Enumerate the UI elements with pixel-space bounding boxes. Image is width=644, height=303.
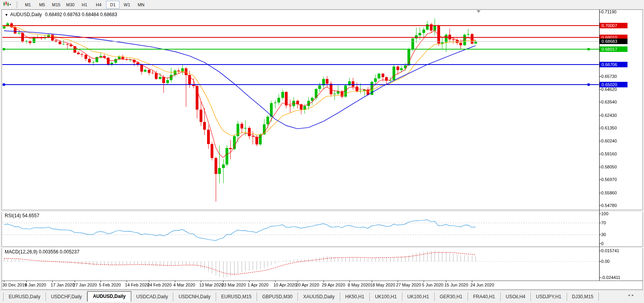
chart-tab-usoil-h4[interactable]: USOil,H4	[501, 292, 531, 301]
chart-tab-bar: EURUSD,DailyUSDCHF,DailyAUDUSD,DailyUSDC…	[0, 290, 644, 302]
date-tick-label: 18 May 2020	[370, 283, 395, 287]
timeframe-button-m30[interactable]: M30	[64, 1, 77, 9]
price-tick-label: 0.59160	[601, 152, 617, 156]
timeframe-button-h4[interactable]: H4	[92, 1, 105, 9]
date-tick-label: 14 Feb 2020	[125, 283, 149, 287]
timeframe-button-d1[interactable]: D1	[106, 1, 119, 9]
chart-tab-eurusd-daily[interactable]: EURUSD,Daily	[3, 292, 46, 301]
price-tick-label: 0.58050	[601, 164, 617, 169]
rsi-scale-label: 0	[601, 241, 604, 246]
hline-price-label[interactable]: 0.66706	[600, 62, 627, 67]
date-tick-label: 24 Feb 2020	[147, 283, 172, 287]
collapse-triangle-icon[interactable]: ▼	[5, 13, 8, 17]
chart-ohlc-values: 0.68492 0.68763 0.68484 0.68683	[45, 12, 117, 17]
date-tick-label: 20 Apr 2020	[296, 283, 319, 287]
rsi-indicator-label: RSI(14) 54.6557	[5, 213, 39, 218]
timeframe-button-w1[interactable]: W1	[120, 1, 134, 9]
chart-tab-uk100-h1[interactable]: UK100,H1	[370, 292, 402, 301]
chart-tab-dj30-m15[interactable]: DJ30,M15	[567, 292, 599, 301]
hline-price-label[interactable]: 0.70007	[600, 23, 627, 28]
chart-canvas[interactable]	[0, 0, 644, 303]
date-tick-label: 27 Jan 2020	[73, 283, 97, 287]
candlestick-chart-icon	[3, 1, 9, 8]
date-tick-label: 1 Apr 2020	[248, 283, 268, 287]
timeframes-toolbar: ▾ M1M5M15M30H1H4D1W1MN	[0, 0, 644, 9]
macd-indicator-label: MACD(12,26,9) 0.003556 0.005237	[5, 249, 79, 255]
rsi-scale-label: 100	[601, 211, 608, 216]
chart-tab-gbpusd-m30[interactable]: GBPUSD,M30	[257, 292, 298, 301]
hline-price-label[interactable]: 0.68017	[600, 46, 627, 52]
timeframe-button-m5[interactable]: M5	[35, 1, 49, 9]
toolbar-drag-handle[interactable]	[16, 2, 18, 8]
chart-type-button[interactable]: ▾	[2, 1, 12, 9]
date-tick-label: 29 Apr 2020	[322, 283, 345, 287]
date-tick-label: 30 Dec 2019	[2, 283, 27, 287]
price-tick-label: 0.62430	[601, 113, 617, 118]
price-tick-label: 0.63540	[601, 100, 617, 104]
bid-price-label: 0.68683	[600, 39, 627, 44]
timeframe-button-h1[interactable]: H1	[78, 1, 91, 9]
tabbar-nav: ◂▸	[628, 293, 636, 297]
macd-scale-top: 0.015741	[601, 248, 619, 253]
rsi-scale-label: 30	[601, 232, 606, 237]
date-tick-label: 17 Jan 2020	[51, 283, 75, 287]
timeframe-button-m1[interactable]: M1	[21, 1, 35, 9]
chevron-down-icon: ▾	[9, 3, 11, 6]
timeframe-button-mn[interactable]: MN	[134, 1, 148, 9]
price-tick-label: 0.60240	[601, 139, 617, 143]
chart-tab-hk50-h1[interactable]: HK50,H1	[340, 292, 370, 301]
chart-symbol-period: AUDUSD,Daily	[10, 12, 42, 17]
date-tick-label: 5 Feb 2020	[99, 283, 121, 287]
date-tick-label: 23 Mar 2020	[222, 283, 246, 287]
date-tick-label: 10 Apr 2020	[273, 283, 297, 287]
price-tick-label: 0.65730	[601, 74, 617, 79]
macd-scale-zero: 0.00	[601, 259, 609, 264]
chart-tab-usdchf-daily[interactable]: USDCHF,Daily	[46, 292, 88, 301]
chart-tab-audusd-daily[interactable]: AUDUSD,Daily	[87, 291, 131, 302]
tabbar-scroll-right-icon[interactable]: ▸	[632, 293, 636, 297]
chart-title: ▼AUDUSD,Daily0.68492 0.68763 0.68484 0.6…	[5, 12, 117, 17]
price-tick-label: 0.64620	[601, 87, 617, 92]
macd-scale-bottom: -0.024411	[601, 275, 620, 280]
date-tick-label: 24 Jun 2020	[470, 283, 494, 287]
date-tick-label: 8 Jan 2020	[25, 283, 46, 287]
rsi-scale-label: 70	[601, 220, 606, 225]
chart-tab-fra40-h1[interactable]: FRA40,H1	[468, 292, 501, 301]
price-tick-label: 0.71190	[601, 9, 616, 14]
date-tick-label: 27 May 2020	[396, 283, 421, 287]
chart-tab-uk100-h1[interactable]: UK100,H1	[402, 292, 435, 301]
price-tick-label: 0.55860	[601, 190, 617, 195]
chart-tab-eurusd-m15[interactable]: EURUSD,M15	[216, 292, 257, 301]
price-tick-label: 0.61350	[601, 126, 617, 130]
price-tick-label: 0.54780	[601, 203, 617, 208]
chart-tab-xauusd-daily[interactable]: XAUUSD,Daily	[298, 292, 340, 301]
date-tick-label: 13 Mar 2020	[199, 283, 224, 287]
date-tick-label: 5 Jun 2020	[422, 283, 443, 287]
date-tick-label: 15 Jun 2020	[444, 283, 468, 287]
date-tick-label: 4 Mar 2020	[173, 283, 195, 287]
timeframe-buttons: M1M5M15M30H1H4D1W1MN	[21, 1, 148, 9]
chart-tab-usdcnh-daily[interactable]: USDCNH,Daily	[173, 292, 216, 301]
timeframe-button-m15[interactable]: M15	[50, 1, 63, 9]
tabbar-scroll-left-icon[interactable]: ◂	[628, 293, 632, 297]
price-tick-label: 0.56970	[601, 177, 617, 182]
hline-price-label[interactable]: 0.65020	[600, 82, 627, 87]
date-tick-label: 8 May 2020	[348, 283, 370, 287]
chart-tab-ger30-h1[interactable]: GER30,H1	[435, 292, 468, 301]
chart-tab-usdcad-daily[interactable]: USDCAD,Daily	[131, 292, 174, 301]
chart-tab-usdjpy-h1[interactable]: USDJPY,H1	[531, 292, 567, 301]
